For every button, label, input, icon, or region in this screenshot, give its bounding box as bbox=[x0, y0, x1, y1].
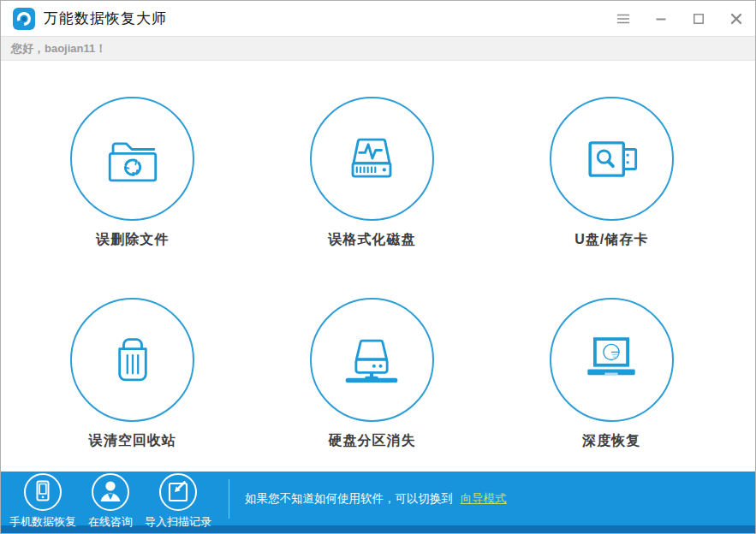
bottom-bar: 手机数据恢复 在线咨询 导入扫描记录 bbox=[1, 472, 755, 525]
title-bar: 万能数据恢复大师 bbox=[1, 1, 755, 37]
disk-network-icon bbox=[335, 323, 408, 397]
laptop-pie-icon bbox=[574, 323, 648, 397]
feature-label: 误清空回收站 bbox=[89, 432, 176, 450]
phone-data-recovery-button[interactable]: 手机数据恢复 bbox=[9, 467, 76, 530]
feature-recycle-bin[interactable]: 误清空回收站 bbox=[70, 298, 194, 472]
feature-deleted-files[interactable]: 误删除文件 bbox=[70, 97, 194, 270]
feature-circle bbox=[550, 97, 674, 221]
greeting-text: 您好，baojian11！ bbox=[11, 41, 106, 56]
feature-circle bbox=[310, 298, 434, 422]
feature-deep-recovery[interactable]: 深度恢复 bbox=[550, 298, 674, 472]
feature-usb-card[interactable]: U盘/储存卡 bbox=[550, 97, 674, 270]
feature-lost-partition[interactable]: 硬盘分区消失 bbox=[310, 298, 434, 472]
bottom-actions: 手机数据恢复 在线咨询 导入扫描记录 bbox=[9, 467, 211, 530]
person-icon bbox=[90, 472, 131, 513]
feature-circle bbox=[70, 97, 194, 221]
folder-recycle-icon bbox=[96, 122, 170, 196]
feature-grid: 误删除文件 bbox=[1, 61, 755, 472]
minimize-icon[interactable] bbox=[649, 7, 673, 31]
menu-icon[interactable] bbox=[611, 7, 635, 31]
app-window: 万能数据恢复大师 bbox=[0, 0, 756, 534]
feature-circle bbox=[70, 298, 194, 422]
feature-formatted-disk[interactable]: 误格式化磁盘 bbox=[310, 97, 434, 270]
feature-label: 深度恢复 bbox=[582, 432, 640, 450]
usb-search-icon bbox=[574, 122, 648, 196]
wizard-mode-link[interactable]: 向导模式 bbox=[461, 492, 507, 505]
maximize-icon[interactable] bbox=[687, 7, 711, 31]
greeting-bar: 您好，baojian11！ bbox=[1, 37, 755, 61]
app-title: 万能数据恢复大师 bbox=[44, 9, 611, 28]
feature-label: U盘/储存卡 bbox=[574, 231, 648, 249]
feature-label: 硬盘分区消失 bbox=[328, 432, 415, 450]
feature-circle bbox=[550, 298, 674, 422]
feature-label: 误格式化磁盘 bbox=[328, 231, 415, 249]
phone-icon bbox=[22, 472, 63, 513]
import-icon bbox=[158, 472, 199, 513]
close-icon[interactable] bbox=[724, 7, 748, 31]
bottom-action-label: 手机数据恢复 bbox=[9, 514, 76, 530]
disk-pulse-icon bbox=[335, 122, 408, 196]
feature-circle bbox=[310, 97, 434, 221]
import-scan-records-button[interactable]: 导入扫描记录 bbox=[145, 467, 211, 530]
bottom-action-label: 在线咨询 bbox=[88, 514, 133, 530]
app-logo-icon bbox=[13, 8, 35, 30]
bottom-divider bbox=[229, 479, 229, 519]
window-controls bbox=[611, 7, 748, 31]
trash-icon bbox=[96, 323, 170, 397]
hint-text: 如果您不知道如何使用软件，可以切换到 bbox=[245, 492, 453, 505]
bottom-hint: 如果您不知道如何使用软件，可以切换到 向导模式 bbox=[245, 491, 507, 507]
feature-label: 误删除文件 bbox=[96, 231, 169, 249]
online-consult-button[interactable]: 在线咨询 bbox=[88, 467, 133, 530]
bottom-action-label: 导入扫描记录 bbox=[145, 514, 211, 530]
